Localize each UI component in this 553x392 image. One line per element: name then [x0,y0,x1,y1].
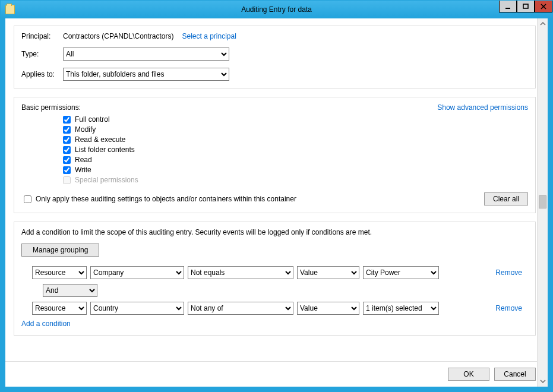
auditing-entry-dialog: Auditing Entry for data Principal: Contr… [0,0,553,392]
close-button[interactable] [535,1,552,12]
condition-value-select[interactable]: City Power [363,266,439,279]
header-panel: Principal: Contractors (CPANDL\Contracto… [14,26,536,88]
only-apply-label[interactable]: Only apply these auditing settings to ob… [21,194,296,205]
permission-checkbox[interactable] [63,146,71,154]
remove-condition-link[interactable]: Remove [495,268,522,277]
permission-checkbox [63,176,71,184]
principal-row: Principal: Contractors (CPANDL\Contracto… [21,32,528,40]
permission-label: Special permissions [75,176,138,184]
maximize-icon [523,4,529,10]
close-icon [541,4,546,10]
only-apply-checkbox[interactable] [24,195,31,203]
permission-label: Write [75,166,91,174]
permissions-list: Full controlModifyRead & executeList fol… [63,115,528,184]
svg-rect-1 [523,4,528,8]
principal-label: Principal: [21,32,63,40]
remove-condition-link[interactable]: Remove [495,304,522,312]
condition-operator-select[interactable]: Not equals [188,266,293,279]
permission-label: Modify [75,125,96,134]
condition-value-select[interactable]: 1 item(s) selected [363,302,439,315]
permission-item[interactable]: Full control [63,115,528,124]
applies-to-label: Applies to: [21,70,63,78]
scrollbar-track[interactable] [538,29,548,376]
chevron-down-icon [540,378,546,384]
conditions-heading: Add a condition to limit the scope of th… [21,228,528,236]
condition-value-type-select[interactable]: Value [297,266,359,279]
condition-subject-select[interactable]: Resource [32,266,87,279]
ok-button[interactable]: OK [448,368,489,381]
permission-checkbox[interactable] [63,116,71,124]
vertical-scrollbar[interactable] [537,18,548,387]
condition-connector-row: And [43,284,528,297]
condition-row: ResourceCountryNot any ofValue1 item(s) … [32,302,528,315]
permission-label: List folder contents [75,146,135,154]
permission-item[interactable]: Read [63,156,528,164]
permission-label: Read [75,156,92,164]
window-controls [499,1,552,12]
type-select[interactable]: All [63,48,229,61]
condition-subject-select[interactable]: Resource [32,302,87,315]
conditions-list: ResourceCompanyNot equalsValueCity Power… [21,266,528,315]
folder-icon [5,5,15,14]
permission-label: Full control [75,115,110,124]
condition-row: ResourceCompanyNot equalsValueCity Power… [32,266,528,279]
content-outer: Principal: Contractors (CPANDL\Contracto… [1,18,552,391]
permissions-header: Basic permissions: Show advanced permiss… [21,103,528,112]
permission-item[interactable]: Write [63,166,528,174]
condition-connector-select[interactable]: And [43,284,97,297]
show-advanced-permissions-link[interactable]: Show advanced permissions [437,103,528,112]
only-apply-row: Only apply these auditing settings to ob… [21,192,528,206]
only-apply-text: Only apply these auditing settings to ob… [36,195,296,203]
titlebar: Auditing Entry for data [1,1,552,18]
maximize-button[interactable] [517,1,535,12]
minimize-icon [505,4,511,10]
select-principal-link[interactable]: Select a principal [182,32,236,40]
scroll-up-button[interactable] [538,18,548,29]
permission-checkbox[interactable] [63,126,71,134]
condition-value-type-select[interactable]: Value [297,302,359,315]
window-title: Auditing Entry for data [241,5,312,14]
permissions-heading: Basic permissions: [21,103,81,112]
condition-attribute-select[interactable]: Country [90,302,184,315]
scrollbar-thumb[interactable] [539,195,546,208]
type-row: Type: All [21,48,528,61]
clear-all-button[interactable]: Clear all [484,192,528,206]
permissions-panel: Basic permissions: Show advanced permiss… [14,97,536,213]
condition-operator-select[interactable]: Not any of [188,302,293,315]
type-label: Type: [21,50,63,58]
permission-item[interactable]: List folder contents [63,146,528,154]
principal-value: Contractors (CPANDL\Contractors) [63,32,174,40]
permission-label: Read & execute [75,135,125,144]
permission-checkbox[interactable] [63,136,71,144]
scroll-down-button[interactable] [538,376,548,387]
applies-to-row: Applies to: This folder, subfolders and … [21,68,528,81]
permission-item: Special permissions [63,176,528,184]
add-condition-link[interactable]: Add a condition [21,320,528,328]
svg-rect-0 [505,8,510,9]
permission-item[interactable]: Read & execute [63,135,528,144]
minimize-button[interactable] [499,1,517,12]
permission-checkbox[interactable] [63,166,71,174]
dialog-footer: OK Cancel [5,361,548,387]
applies-to-select[interactable]: This folder, subfolders and files [63,68,229,81]
content: Principal: Contractors (CPANDL\Contracto… [5,18,548,387]
manage-grouping-button[interactable]: Manage grouping [21,244,99,257]
permission-checkbox[interactable] [63,156,71,164]
condition-attribute-select[interactable]: Company [90,266,184,279]
permission-item[interactable]: Modify [63,125,528,134]
conditions-panel: Add a condition to limit the scope of th… [14,222,536,336]
cancel-button[interactable]: Cancel [494,368,536,381]
chevron-up-icon [540,21,546,27]
scroll-area: Principal: Contractors (CPANDL\Contracto… [5,18,548,361]
